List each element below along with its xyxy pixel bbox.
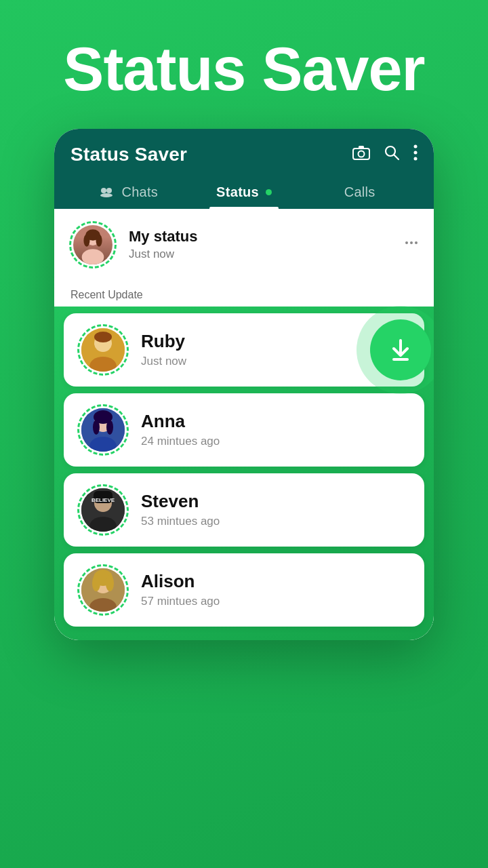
steven-name: Steven	[141, 491, 411, 512]
anna-avatar-ring	[77, 404, 129, 456]
tab-chats-label: Chats	[121, 184, 158, 199]
tab-calls-label: Calls	[344, 184, 375, 199]
svg-point-22	[94, 332, 112, 342]
camera-icon[interactable]	[352, 145, 370, 164]
my-status-more-button[interactable]	[404, 235, 419, 254]
recent-update-label: Recent Update	[54, 281, 434, 307]
svg-point-14	[83, 234, 89, 246]
tab-chats[interactable]: Chats	[70, 175, 186, 209]
ruby-avatar-ring	[77, 324, 129, 376]
svg-point-18	[415, 241, 418, 244]
ruby-avatar	[81, 328, 125, 372]
my-status-row[interactable]: My status Just now	[54, 209, 434, 281]
hero-title: Status Saver	[0, 0, 488, 129]
download-icon-bg	[370, 319, 431, 380]
tab-status[interactable]: Status	[186, 175, 302, 209]
status-item-anna[interactable]: Anna 24 mintues ago	[64, 393, 424, 467]
app-tabs: Chats Status Calls	[70, 175, 418, 209]
alison-info: Alison 57 mintues ago	[141, 571, 411, 608]
status-dot	[266, 189, 272, 195]
app-header-title: Status Saver	[70, 144, 187, 165]
steven-avatar: BELIEVE	[81, 488, 125, 532]
steven-time: 53 mintues ago	[141, 515, 411, 528]
search-icon[interactable]	[384, 144, 400, 165]
my-status-time: Just now	[129, 248, 392, 261]
anna-info: Anna 24 mintues ago	[141, 411, 411, 448]
svg-point-10	[100, 193, 113, 197]
ruby-download-button[interactable]	[357, 306, 434, 394]
svg-point-16	[405, 241, 408, 244]
anna-name: Anna	[141, 411, 411, 432]
status-item-alison[interactable]: Alison 57 mintues ago	[64, 553, 424, 627]
svg-point-15	[96, 234, 102, 246]
svg-point-40	[106, 575, 114, 591]
svg-rect-2	[359, 146, 364, 149]
svg-point-6	[414, 151, 418, 154]
tab-status-label: Status	[216, 184, 259, 199]
tab-calls[interactable]: Calls	[302, 175, 418, 209]
status-list: My status Just now Recent Update	[54, 209, 434, 640]
svg-point-5	[414, 144, 418, 148]
svg-point-39	[92, 575, 100, 591]
anna-time: 24 mintues ago	[141, 435, 411, 448]
app-header: Status Saver	[54, 129, 434, 209]
my-status-name: My status	[129, 228, 392, 245]
svg-point-12	[82, 249, 104, 264]
my-status-avatar-ring	[69, 221, 117, 269]
svg-rect-0	[353, 149, 369, 159]
anna-avatar	[81, 408, 125, 452]
status-items-list: Ruby Just now	[54, 307, 434, 640]
app-header-icons	[352, 144, 418, 165]
alison-name: Alison	[141, 571, 411, 592]
svg-point-17	[410, 241, 413, 244]
alison-avatar	[81, 568, 125, 612]
app-header-top: Status Saver	[70, 144, 418, 175]
alison-avatar-ring	[77, 564, 129, 616]
svg-text:BELIEVE: BELIEVE	[92, 497, 115, 503]
chats-icon	[99, 185, 114, 201]
status-item-ruby[interactable]: Ruby Just now	[64, 313, 424, 387]
svg-line-4	[394, 155, 399, 159]
svg-point-9	[106, 188, 112, 193]
phone-mockup: Status Saver	[54, 129, 434, 640]
svg-point-8	[101, 188, 106, 193]
my-status-avatar	[73, 225, 113, 264]
steven-info: Steven 53 mintues ago	[141, 491, 411, 528]
svg-point-1	[359, 151, 365, 157]
my-status-info: My status Just now	[129, 228, 392, 261]
svg-point-7	[414, 157, 418, 160]
status-item-steven[interactable]: BELIEVE Steven 53 mintues ago	[64, 473, 424, 547]
svg-point-28	[93, 420, 100, 435]
alison-time: 57 mintues ago	[141, 595, 411, 608]
svg-point-29	[106, 420, 113, 435]
steven-avatar-ring: BELIEVE	[77, 484, 129, 536]
more-icon[interactable]	[413, 144, 418, 165]
